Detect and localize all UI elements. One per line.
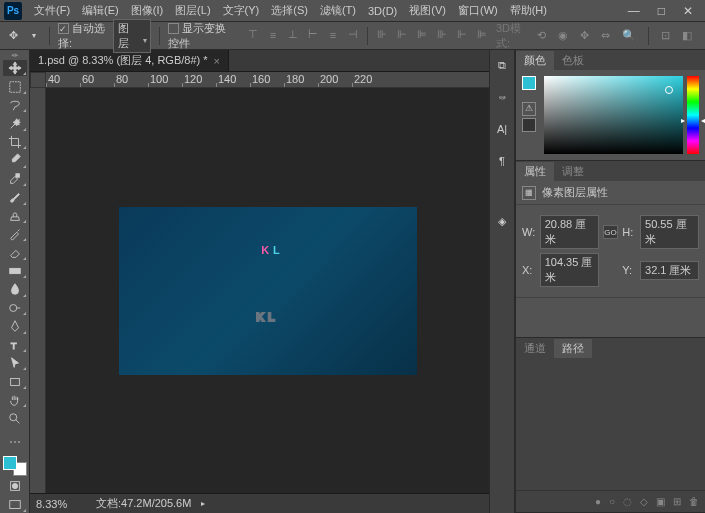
path-select-tool[interactable] xyxy=(3,355,27,371)
document-tab[interactable]: 1.psd @ 8.33% (图层 4, RGB/8#) * × xyxy=(30,50,229,71)
align-top-icon[interactable]: ⊤ xyxy=(245,27,261,43)
color-swatches[interactable] xyxy=(3,456,27,476)
layers-panel-icon[interactable]: ◈ xyxy=(493,212,511,230)
close-tab-icon[interactable]: × xyxy=(214,55,220,67)
edit-toolbar[interactable]: ⋯ xyxy=(3,434,27,450)
crop-tool[interactable] xyxy=(3,134,27,150)
healing-brush-tool[interactable] xyxy=(3,171,27,187)
dodge-tool[interactable] xyxy=(3,300,27,316)
x-input[interactable]: 104.35 厘米 xyxy=(540,253,599,287)
delete-path-icon[interactable]: 🗑 xyxy=(689,496,699,507)
align-vcenter-icon[interactable]: ≡ xyxy=(265,27,281,43)
distribute-icon[interactable]: ⊪ xyxy=(374,27,390,43)
search-icon[interactable]: ⊡ xyxy=(661,29,672,43)
hue-slider[interactable]: ▸ ◂ xyxy=(687,76,699,154)
align-right-icon[interactable]: ⊣ xyxy=(345,27,361,43)
distribute-icon[interactable]: ⊫ xyxy=(474,27,490,43)
new-path-icon[interactable]: ⊞ xyxy=(673,496,681,507)
history-panel-icon[interactable]: ⧉ xyxy=(493,56,511,74)
align-left-icon[interactable]: ⊢ xyxy=(305,27,321,43)
gradient-tool[interactable] xyxy=(3,263,27,279)
3d-zoom-icon[interactable]: 🔍 xyxy=(622,29,636,43)
tab-color[interactable]: 颜色 xyxy=(516,51,554,70)
menu-layer[interactable]: 图层(L) xyxy=(169,3,216,18)
picker-bg[interactable] xyxy=(522,118,536,132)
pen-tool[interactable] xyxy=(3,318,27,334)
distribute-icon[interactable]: ⊫ xyxy=(414,27,430,43)
paths-list[interactable] xyxy=(516,358,705,490)
zoom-level[interactable]: 8.33% xyxy=(36,498,86,510)
distribute-icon[interactable]: ⊩ xyxy=(394,27,410,43)
menu-help[interactable]: 帮助(H) xyxy=(504,3,553,18)
distribute-icon[interactable]: ⊩ xyxy=(454,27,470,43)
tab-adjustments[interactable]: 调整 xyxy=(554,162,592,181)
tab-properties[interactable]: 属性 xyxy=(516,162,554,181)
quick-mask-tool[interactable] xyxy=(3,478,27,494)
doc-info-chevron[interactable]: ▸ xyxy=(201,499,205,508)
picker-warn-icon[interactable]: ⚠ xyxy=(522,102,536,116)
tab-swatches[interactable]: 色板 xyxy=(554,51,592,70)
menu-type[interactable]: 文字(Y) xyxy=(217,3,266,18)
width-input[interactable]: 20.88 厘米 xyxy=(540,215,599,249)
3d-roll-icon[interactable]: ◉ xyxy=(558,29,569,43)
menu-view[interactable]: 视图(V) xyxy=(403,3,452,18)
character-panel-icon[interactable]: A| xyxy=(493,120,511,138)
color-cursor[interactable] xyxy=(665,86,673,94)
brush-tool[interactable] xyxy=(3,189,27,205)
workspace-icon[interactable]: ◧ xyxy=(682,29,693,43)
y-input[interactable]: 32.1 厘米 xyxy=(640,261,699,280)
minimize-button[interactable]: — xyxy=(628,4,640,18)
auto-select-checkbox[interactable]: 自动选择: xyxy=(58,21,107,51)
align-hcenter-icon[interactable]: ≡ xyxy=(325,27,341,43)
screen-mode-tool[interactable] xyxy=(3,497,27,513)
tool-preset-dropdown[interactable]: ▾ xyxy=(27,27,42,45)
show-transform-checkbox[interactable]: 显示变换控件 xyxy=(168,21,233,51)
marquee-tool[interactable] xyxy=(3,78,27,94)
link-wh-button[interactable]: GO xyxy=(603,225,619,239)
zoom-tool[interactable] xyxy=(3,410,27,426)
menu-window[interactable]: 窗口(W) xyxy=(452,3,504,18)
rectangle-tool[interactable] xyxy=(3,373,27,389)
magic-wand-tool[interactable] xyxy=(3,115,27,131)
fill-path-icon[interactable]: ● xyxy=(595,496,601,507)
height-input[interactable]: 50.55 厘米 xyxy=(640,215,699,249)
auto-select-target[interactable]: 图层 xyxy=(113,19,151,53)
maximize-button[interactable]: □ xyxy=(658,4,665,18)
hand-tool[interactable] xyxy=(3,392,27,408)
type-tool[interactable]: T xyxy=(3,337,27,353)
3d-orbit-icon[interactable]: ⟲ xyxy=(537,29,548,43)
picker-fg[interactable] xyxy=(522,76,536,90)
doc-info[interactable]: 文档:47.2M/205.6M xyxy=(96,496,191,511)
paragraph-panel-icon[interactable]: ¶ xyxy=(493,152,511,170)
history-brush-tool[interactable] xyxy=(3,226,27,242)
tab-channels[interactable]: 通道 xyxy=(516,339,554,358)
menu-3d[interactable]: 3D(D) xyxy=(362,5,403,17)
saturation-brightness-field[interactable] xyxy=(544,76,683,154)
selection-path-icon[interactable]: ◌ xyxy=(623,496,632,507)
menu-edit[interactable]: 编辑(E) xyxy=(76,3,125,18)
mask-icon[interactable]: ▣ xyxy=(656,496,665,507)
close-button[interactable]: ✕ xyxy=(683,4,693,18)
3d-slide-icon[interactable]: ⇔ xyxy=(601,29,612,43)
menu-filter[interactable]: 滤镜(T) xyxy=(314,3,362,18)
lasso-tool[interactable] xyxy=(3,97,27,113)
tab-paths[interactable]: 路径 xyxy=(554,339,592,358)
clone-stamp-tool[interactable] xyxy=(3,208,27,224)
color-picker[interactable]: ⚠ ▸ ◂ xyxy=(522,76,699,154)
toolbox-handle[interactable]: ◂▸ xyxy=(3,52,27,58)
foreground-swatch[interactable] xyxy=(3,456,17,470)
menu-file[interactable]: 文件(F) xyxy=(28,3,76,18)
blur-tool[interactable] xyxy=(3,281,27,297)
eraser-tool[interactable] xyxy=(3,244,27,260)
brushes-panel-icon[interactable]: ⎃ xyxy=(493,88,511,106)
canvas-content[interactable]: KL KL xyxy=(119,207,417,375)
stroke-path-icon[interactable]: ○ xyxy=(609,496,615,507)
distribute-icon[interactable]: ⊪ xyxy=(434,27,450,43)
align-bottom-icon[interactable]: ⊥ xyxy=(285,27,301,43)
eyedropper-tool[interactable] xyxy=(3,152,27,168)
move-tool[interactable] xyxy=(3,60,27,76)
menu-image[interactable]: 图像(I) xyxy=(125,3,169,18)
make-path-icon[interactable]: ◇ xyxy=(640,496,648,507)
canvas-viewport[interactable]: KL KL xyxy=(30,88,489,493)
menu-select[interactable]: 选择(S) xyxy=(265,3,314,18)
